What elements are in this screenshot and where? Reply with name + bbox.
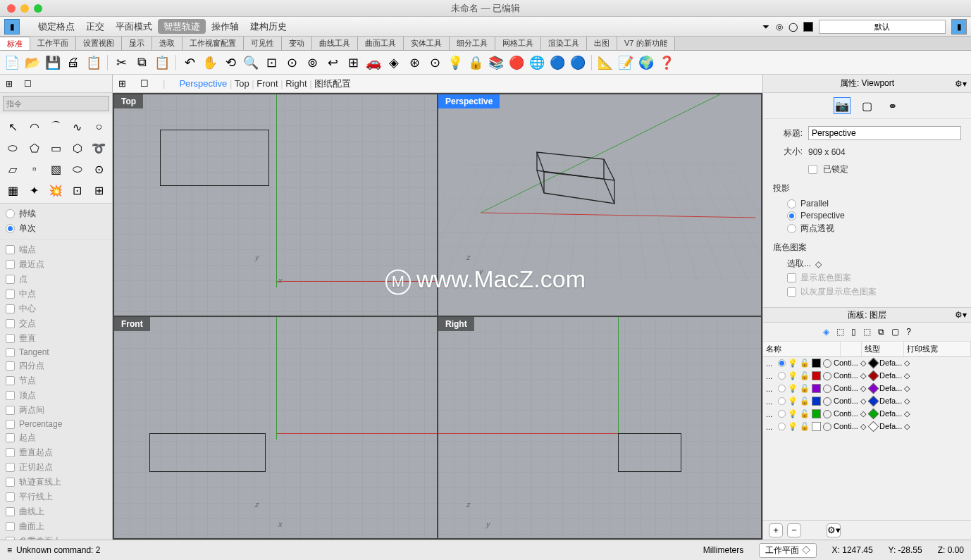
link-icon[interactable]: ⚭ <box>884 97 901 114</box>
viewport-title-input[interactable] <box>808 126 961 140</box>
viewport-right[interactable]: z y Right <box>438 317 761 538</box>
osnap-item[interactable]: 中点 <box>6 287 106 301</box>
toolbar-tab[interactable]: 工作视窗配置 <box>183 37 244 50</box>
layer-cube-icon[interactable]: ⬚ <box>863 327 871 337</box>
text-icon[interactable]: 📝 <box>617 54 635 72</box>
toolbar-tab[interactable]: 渲染工具 <box>541 37 587 50</box>
menu-item[interactable]: 锁定格点 <box>32 19 80 34</box>
box-tool-icon[interactable]: ▫ <box>25 159 44 179</box>
zoom-dynamic-icon[interactable]: ⊙ <box>283 54 301 72</box>
osnap-item[interactable]: 起点 <box>6 430 106 445</box>
target-icon[interactable]: ◎ <box>776 22 783 32</box>
lightbulb-icon[interactable]: 💡 <box>446 54 464 72</box>
copy-icon[interactable]: ⧉ <box>132 54 151 72</box>
single-view-icon[interactable]: ☐ <box>140 78 149 89</box>
layer-copy-icon[interactable]: ⧉ <box>878 327 884 337</box>
toolbar-tab[interactable]: V7 的新功能 <box>617 37 675 50</box>
zoom-window-icon[interactable]: ⊡ <box>262 54 280 72</box>
osnap-item[interactable]: 端点 <box>6 242 106 257</box>
menu-item[interactable]: 正交 <box>80 19 110 34</box>
viewport-tab[interactable]: 图纸配置 <box>314 78 351 89</box>
viewport-tab[interactable]: Front <box>256 78 278 89</box>
viewport-tab[interactable]: Top <box>235 78 249 89</box>
zoom-selected-icon[interactable]: ⊚ <box>303 54 321 72</box>
print-icon[interactable]: 🖨 <box>64 54 82 72</box>
toolbar-tab[interactable]: 设置视图 <box>76 37 122 50</box>
cplane-dropdown[interactable]: 工作平面 ◇ <box>759 543 816 558</box>
osnap-item[interactable]: Percentage <box>6 418 106 430</box>
set-view-icon[interactable]: ⊙ <box>426 54 444 72</box>
layer-box-icon[interactable]: ⬚ <box>836 327 844 337</box>
car-icon[interactable]: 🚗 <box>364 54 383 72</box>
remove-layer-button[interactable]: − <box>787 523 801 537</box>
grid-icon[interactable]: ⊞ <box>344 54 362 72</box>
paste-icon[interactable]: 📋 <box>153 54 171 72</box>
lasso-tool-icon[interactable]: ◠ <box>25 117 44 137</box>
mesh-tool-icon[interactable]: ▦ <box>3 180 23 200</box>
right-panel-toggle-icon[interactable]: ▮ <box>951 19 967 35</box>
toolbar-tab[interactable]: 工作平面 <box>30 37 76 50</box>
menu-item[interactable]: 平面模式 <box>110 19 158 34</box>
single-view-icon[interactable]: ☐ <box>18 79 37 89</box>
zoom-extents-icon[interactable]: 🔍 <box>242 54 260 72</box>
menu-item[interactable]: 建构历史 <box>245 19 292 34</box>
layer-row[interactable]: ...💡🔓Conti... ◇Defa... ◇ <box>763 421 971 433</box>
camera-icon[interactable]: 📷 <box>834 97 851 114</box>
polygon-tool-icon[interactable]: ⬠ <box>25 138 44 158</box>
osnap-item[interactable]: 顶点 <box>6 388 106 403</box>
osnap-item[interactable]: 曲线上 <box>6 504 106 519</box>
dimension-icon[interactable]: 📐 <box>596 54 614 72</box>
open-file-icon[interactable]: 📂 <box>23 54 42 72</box>
viewport-tab[interactable]: Right <box>285 78 307 89</box>
zoom-icon[interactable] <box>34 4 42 13</box>
add-layer-button[interactable]: + <box>769 523 783 537</box>
layer-stack-icon[interactable]: ◈ <box>823 327 829 337</box>
toolbar-tab[interactable]: 网格工具 <box>495 37 541 50</box>
undo-icon[interactable]: ↶ <box>180 54 199 72</box>
help-icon[interactable]: ❓ <box>657 54 676 72</box>
new-file-icon[interactable]: 📄 <box>3 54 21 72</box>
col-linetype[interactable]: 线型 <box>862 342 904 356</box>
col-printwidth[interactable]: 打印线宽 <box>904 342 971 356</box>
projection-radio[interactable]: Parallel <box>787 199 961 209</box>
arc-tool-icon[interactable]: ⌒ <box>46 117 66 137</box>
toolbar-tab[interactable]: 标准 <box>0 37 30 50</box>
layer-dropdown[interactable]: 默认 <box>819 20 946 34</box>
gear-icon[interactable]: ⚙▾ <box>955 79 967 89</box>
left-panel-toggle-icon[interactable]: ▮ <box>4 19 20 35</box>
record-icon[interactable]: ◯ <box>788 22 798 32</box>
spiral-tool-icon[interactable]: ➰ <box>89 138 109 158</box>
layer-row[interactable]: ...💡🔓Conti... ◇Defa... ◇ <box>763 357 971 370</box>
single-radio[interactable]: 单次 <box>6 221 106 236</box>
lock-icon[interactable]: 🔒 <box>466 54 485 72</box>
circle-tool-icon[interactable]: ○ <box>89 117 109 137</box>
layer-row[interactable]: ...💡🔓Conti... ◇Defa... ◇ <box>763 395 971 408</box>
gray-pattern-checkbox[interactable] <box>787 287 796 297</box>
zoom-previous-icon[interactable]: ↩ <box>323 54 342 72</box>
osnap-item[interactable]: 垂直 <box>6 331 106 346</box>
cylinder-tool-icon[interactable]: ⬭ <box>68 159 87 179</box>
osnap-item[interactable]: 曲面上 <box>6 519 106 534</box>
filter-icon[interactable]: ⏷ <box>762 22 770 32</box>
menu-item[interactable]: 操作轴 <box>206 19 245 34</box>
osnap-item[interactable]: 轨迹直线上 <box>6 475 106 490</box>
toolbar-tab[interactable]: 变动 <box>282 37 312 50</box>
close-icon[interactable] <box>7 4 16 13</box>
save-file-icon[interactable]: 💾 <box>44 54 62 72</box>
osnap-item[interactable]: 四分点 <box>6 359 106 373</box>
osnap-item[interactable]: 平行线上 <box>6 490 106 504</box>
current-layer-color[interactable] <box>803 22 813 32</box>
curve-tool-icon[interactable]: ∿ <box>68 117 87 137</box>
toolbar-tab[interactable]: 曲线工具 <box>312 37 358 50</box>
toolbar-tab[interactable]: 可见性 <box>244 37 282 50</box>
layer-screen-icon[interactable]: ▢ <box>891 327 899 337</box>
toolbar-tab[interactable]: 实体工具 <box>404 37 450 50</box>
cut-icon[interactable]: ✂ <box>112 54 130 72</box>
ellipse-tool-icon[interactable]: ⬭ <box>3 138 23 158</box>
osnap-item[interactable]: 两点间 <box>6 403 106 418</box>
osnap-item[interactable]: 交点 <box>6 316 106 331</box>
toolbar-tab[interactable]: 选取 <box>152 37 183 50</box>
sphere-icon[interactable]: 🔵 <box>569 54 587 72</box>
projection-radio[interactable]: 两点透视 <box>787 223 961 235</box>
locked-checkbox[interactable] <box>808 165 817 174</box>
